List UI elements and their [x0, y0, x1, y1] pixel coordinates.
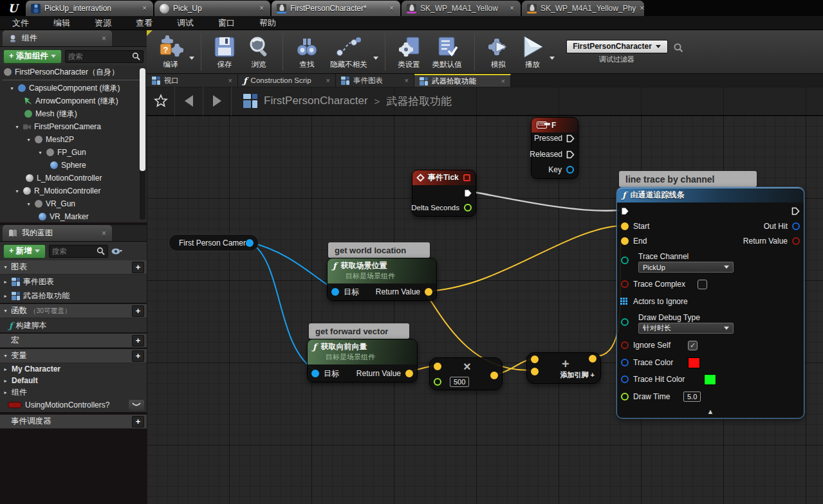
multiply-input-b-pin[interactable] — [434, 378, 441, 386]
close-icon[interactable]: × — [405, 76, 409, 84]
tree-row[interactable]: ▾VR_Gun — [0, 197, 147, 210]
add-input-b-pin[interactable] — [531, 368, 539, 375]
menu-debug[interactable]: 调试 — [165, 17, 206, 29]
comment-get-forward-vector[interactable]: get forward vector — [309, 323, 409, 339]
debug-search-icon[interactable] — [673, 42, 683, 53]
my-blueprint-search[interactable] — [49, 245, 108, 258]
row-category-default[interactable]: ▸Default — [0, 375, 147, 386]
tab-components[interactable]: 组件 × — [3, 30, 112, 46]
draw-time-pin[interactable] — [621, 393, 629, 401]
start-pin[interactable] — [621, 222, 629, 230]
blueprint-graph-canvas[interactable]: F Pressed Released Key 事件Tick Delta Seco… — [147, 116, 823, 504]
draw-debug-type-dropdown[interactable]: 针对时长 — [638, 323, 734, 334]
node-get-forward-vector[interactable]: ƒ获取向前向量 目标是场景组件 目标 Return Value — [307, 339, 418, 382]
close-icon[interactable]: × — [102, 229, 106, 238]
menu-file[interactable]: 文件 — [0, 17, 41, 29]
section-event-dispatchers[interactable]: 事件调度器+ — [0, 415, 147, 429]
exec-out-pin[interactable] — [791, 207, 800, 215]
exec-pin[interactable] — [566, 150, 575, 159]
close-icon[interactable]: × — [259, 4, 264, 13]
row-weapon-pickup-graph[interactable]: ▸武器拾取功能 — [0, 289, 147, 303]
tree-row[interactable]: ▾FirstPersonCamera — [0, 120, 147, 133]
delta-seconds-pin[interactable] — [464, 204, 472, 212]
tree-row[interactable]: ▾CapsuleComponent (继承) — [0, 82, 147, 94]
window-tab-sk-wp-m4a1-yellow-phy[interactable]: SK_WP_M4A1_Yellow_Phy × — [522, 1, 644, 16]
tab-viewport[interactable]: 视口 × — [147, 74, 238, 87]
trace-channel-dropdown[interactable]: PickUp — [638, 262, 734, 273]
row-category-components[interactable]: ▸组件 — [0, 386, 147, 398]
return-value-pin[interactable] — [405, 370, 413, 377]
collapse-node-arrow[interactable]: ▲ — [617, 408, 804, 415]
tree-row[interactable]: ▾Mesh2P — [0, 133, 147, 146]
window-tab-pickup-interravtion[interactable]: PickUp_interravtion × — [26, 1, 153, 16]
node-add-vector[interactable]: + 添加引脚 + — [526, 352, 601, 384]
node-get-world-location[interactable]: ƒ获取场景位置 目标是场景组件 目标 Return Value — [327, 258, 437, 301]
menu-help[interactable]: 帮助 — [247, 17, 288, 29]
nav-back-button[interactable] — [175, 87, 203, 116]
node-multiply[interactable]: × 500 — [429, 357, 503, 390]
my-blueprint-search-input[interactable] — [52, 248, 97, 255]
class-settings-button[interactable]: 类设置 — [392, 35, 427, 69]
component-root[interactable]: FirstPersonCharacter（自身） — [0, 66, 147, 78]
exec-in-pin[interactable] — [621, 207, 629, 215]
add-variable-button[interactable]: + — [132, 350, 144, 362]
favorite-star-button[interactable] — [147, 87, 175, 116]
target-pin[interactable] — [311, 370, 319, 377]
tree-row[interactable]: L_MotionController — [0, 172, 147, 184]
find-button[interactable]: 查找 — [290, 35, 324, 69]
row-category-my-character[interactable]: ▸My Character — [0, 363, 147, 375]
simulate-button[interactable]: 模拟 — [481, 35, 516, 69]
multiply-output-pin[interactable] — [490, 372, 498, 379]
add-macro-button[interactable]: + — [132, 335, 144, 346]
compile-options-caret[interactable] — [189, 57, 194, 60]
debug-filter-select[interactable]: FirstPersonCharacter — [566, 40, 668, 53]
tree-row[interactable]: VR_Marker — [0, 210, 147, 222]
nav-forward-button[interactable] — [203, 87, 232, 116]
trace-hit-color-swatch[interactable] — [704, 374, 716, 385]
close-icon[interactable]: × — [640, 4, 644, 13]
close-icon[interactable]: × — [142, 4, 147, 13]
exec-out-pin[interactable] — [464, 189, 472, 197]
tree-row[interactable]: ▾FP_Gun — [0, 146, 147, 159]
tab-weapon-pickup[interactable]: 武器拾取功能 × — [414, 74, 511, 87]
add-output-pin[interactable] — [589, 355, 596, 363]
add-graph-button[interactable]: + — [132, 262, 144, 273]
close-icon[interactable]: × — [326, 76, 330, 84]
comment-get-world-location[interactable]: get world location — [328, 242, 430, 258]
tree-row[interactable]: ▾R_MotionController — [0, 184, 147, 197]
tab-event-graph[interactable]: 事件图表 × — [336, 74, 414, 87]
add-new-button[interactable]: + 新增 — [3, 244, 46, 258]
menu-asset[interactable]: 资源 — [82, 17, 124, 29]
components-search[interactable] — [65, 50, 143, 63]
close-icon[interactable]: × — [501, 77, 505, 85]
save-button[interactable]: 保存 — [208, 35, 241, 69]
multiply-value-input[interactable]: 500 — [450, 377, 469, 387]
node-line-trace-by-channel[interactable]: ƒ由通道追踪线条 Start Out Hit End Return Value … — [616, 187, 804, 419]
draw-debug-type-pin[interactable] — [621, 318, 629, 326]
trace-complex-pin[interactable] — [621, 280, 629, 288]
play-button[interactable]: 播放 — [516, 35, 550, 69]
close-icon[interactable]: × — [510, 4, 514, 13]
menu-view[interactable]: 查看 — [124, 17, 165, 29]
tab-my-blueprint[interactable]: 我的蓝图 × — [3, 225, 112, 241]
section-graphs[interactable]: ▾图表+ — [0, 260, 147, 274]
node-first-person-camera[interactable]: First Person Camera — [169, 234, 259, 251]
window-tab-sk-wp-m4a1-yellow[interactable]: SK_WP_M4A1_Yellow × — [402, 1, 521, 16]
row-construction-script[interactable]: ƒ构建脚本 — [0, 318, 147, 332]
return-value-pin[interactable] — [425, 288, 432, 296]
close-icon[interactable]: × — [228, 76, 232, 84]
hide-unrelated-caret[interactable] — [373, 57, 378, 60]
actors-to-ignore-array-pin[interactable] — [620, 298, 629, 306]
node-input-key-f[interactable]: F Pressed Released Key — [531, 117, 578, 179]
add-component-button[interactable]: + 添加组件 — [3, 50, 62, 64]
add-pin-button[interactable]: 添加引脚 + — [560, 370, 595, 380]
close-icon[interactable]: × — [102, 34, 106, 43]
camera-ref-pin[interactable] — [246, 239, 254, 247]
tree-row[interactable]: Mesh (继承) — [0, 107, 147, 120]
menu-window[interactable]: 窗口 — [206, 17, 247, 29]
trace-channel-pin[interactable] — [621, 256, 629, 264]
ignore-self-pin[interactable] — [621, 341, 629, 349]
window-tab-firstpersoncharacter[interactable]: FirstPersonCharacter* × — [272, 1, 400, 16]
tree-row[interactable]: Sphere — [0, 159, 147, 172]
window-tab-pick-up[interactable]: Pick_Up × — [154, 1, 270, 16]
